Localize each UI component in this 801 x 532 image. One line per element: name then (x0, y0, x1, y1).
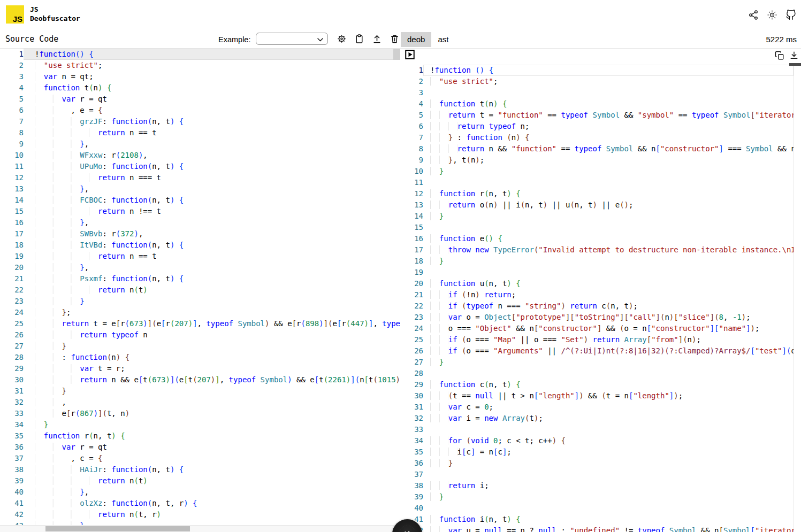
left-editor-vertical-scrollbar[interactable] (393, 49, 400, 60)
code-line[interactable]: 2 "use strict"; (0, 60, 400, 71)
code-line-content[interactable]: } (24, 385, 400, 397)
code-line[interactable]: 24 }; (0, 307, 400, 318)
code-line[interactable]: 35 function r(n, t) { (0, 430, 400, 442)
code-line-content[interactable]: } (24, 296, 400, 307)
code-line[interactable]: 10 WFxxw: r(2108), (0, 150, 400, 161)
code-line-content[interactable]: if (!n) return; (423, 289, 794, 300)
code-line-content[interactable] (423, 424, 794, 435)
code-line[interactable]: 9 }, t(n); (408, 155, 794, 166)
code-line-content[interactable]: i[c] = n[c]; (423, 446, 794, 458)
code-line-content[interactable]: var o = Object["prototype"]["toString"][… (423, 312, 794, 323)
code-line[interactable]: 23 } (0, 296, 400, 307)
code-line[interactable]: 15 return n !== t (0, 206, 400, 217)
code-line[interactable]: 16 function e() { (408, 233, 794, 244)
code-line[interactable]: 6 , e = { (0, 105, 400, 116)
code-line-content[interactable]: return n(t, r) (24, 509, 400, 520)
code-line-content[interactable]: , e = { (24, 105, 400, 116)
code-line[interactable]: 3 (408, 87, 794, 98)
code-line[interactable]: 9 }, (0, 138, 400, 150)
code-line-content[interactable] (423, 87, 794, 98)
clear-button[interactable] (388, 32, 401, 45)
code-line-content[interactable]: } : function (n) { (423, 132, 794, 143)
code-line-content[interactable]: return t = "function" == typeof Symbol &… (423, 110, 794, 121)
code-line-content[interactable]: , c = { (24, 453, 400, 464)
code-line[interactable]: 37 (408, 469, 794, 480)
share-button[interactable] (747, 9, 760, 21)
code-line-content[interactable]: for (void 0; c < t; c++) { (423, 435, 794, 446)
code-line[interactable]: 7 } : function (n) { (408, 132, 794, 143)
code-line-content[interactable] (423, 267, 794, 278)
code-line-content[interactable]: throw new TypeError("Invalid attempt to … (423, 244, 794, 256)
code-line-content[interactable]: var n = qt; (24, 71, 400, 82)
code-line-content[interactable]: var r = qt (24, 442, 400, 453)
code-line[interactable]: 5 var r = qt (0, 94, 400, 105)
code-line-content[interactable]: function e() { (423, 233, 794, 244)
code-line[interactable]: 16 }, (0, 217, 400, 228)
code-line-content[interactable]: return n(t) (24, 475, 400, 487)
code-line[interactable]: 33 e[r(867)](t, n) (0, 408, 400, 419)
code-line-content[interactable]: HAiJr: function(n, t) { (24, 464, 400, 475)
code-line[interactable]: 36 var r = qt (0, 442, 400, 453)
code-line-content[interactable]: }; (24, 307, 400, 318)
code-line[interactable]: 17 SWBvb: r(372), (0, 228, 400, 240)
code-line-content[interactable]: var r = qt (24, 94, 400, 105)
code-line[interactable]: 2 "use strict"; (408, 76, 794, 87)
code-line[interactable]: 7 grzJF: function(n, t) { (0, 116, 400, 127)
code-line-content[interactable]: e[r(867)](t, n) (24, 408, 400, 419)
code-line[interactable]: 41 function i(n, t) { (408, 514, 794, 525)
download-output-button[interactable] (788, 49, 800, 62)
code-line-content[interactable]: } (24, 341, 400, 352)
code-line-content[interactable] (423, 368, 794, 379)
code-line-content[interactable]: } (24, 419, 400, 430)
example-select[interactable] (256, 33, 328, 45)
code-line[interactable]: 30 return n && e[t(673)](e[t(207)], type… (0, 374, 400, 385)
code-line[interactable]: 3 var n = qt; (0, 71, 400, 82)
code-line-content[interactable]: }, (24, 262, 400, 273)
code-line-content[interactable]: return n && "function" == typeof Symbol … (423, 143, 794, 155)
code-line[interactable]: 22 return n(t) (0, 284, 400, 296)
code-line-content[interactable]: }, (24, 138, 400, 150)
code-line[interactable]: 21 Psxmf: function(n, t) { (0, 273, 400, 284)
code-line-content[interactable]: } (423, 211, 794, 222)
code-line[interactable]: 37 , c = { (0, 453, 400, 464)
code-line[interactable]: 41 olzXz: function(n, t, r) { (0, 498, 400, 509)
code-line-content[interactable]: WFxxw: r(2108), (24, 150, 400, 161)
code-line[interactable]: 22 if (typeof n === "string") return c(n… (408, 300, 794, 312)
code-line-content[interactable]: o === "Object" && n["constructor"] && (o… (423, 323, 794, 334)
code-line[interactable]: 12 return n === t (0, 172, 400, 183)
left-editor-horizontal-scrollbar-thumb[interactable] (45, 526, 190, 531)
code-line[interactable]: 35 i[c] = n[c]; (408, 446, 794, 458)
paste-button[interactable] (353, 32, 365, 45)
copy-output-button[interactable] (773, 49, 786, 62)
code-line-content[interactable]: } (423, 256, 794, 267)
code-line-content[interactable]: function i(n, t) { (423, 514, 794, 525)
left-editor-horizontal-scrollbar-track[interactable] (0, 525, 400, 532)
code-line[interactable]: 15 (408, 222, 794, 233)
code-line[interactable]: 26 if (o === "Arguments" || /^(?:Ui|I)nt… (408, 345, 794, 357)
code-line[interactable]: 39 return n(t) (0, 475, 400, 487)
code-line-content[interactable]: }, (24, 183, 400, 195)
code-line[interactable]: 12 function r(n, t) { (408, 188, 794, 199)
code-line-content[interactable]: return n === t (24, 172, 400, 183)
code-line-content[interactable]: } (423, 357, 794, 368)
code-line[interactable]: 39 } (408, 491, 794, 503)
code-line[interactable]: 10 } (408, 166, 794, 177)
code-line[interactable]: 36 } (408, 458, 794, 469)
code-line-content[interactable]: } (423, 166, 794, 177)
code-line[interactable]: 1!function() { (0, 49, 400, 60)
upload-button[interactable] (370, 32, 383, 45)
code-line-content[interactable]: if (o === "Map" || o === "Set") return A… (423, 334, 794, 345)
code-line-content[interactable]: Psxmf: function(n, t) { (24, 273, 400, 284)
code-line[interactable]: 27 } (0, 341, 400, 352)
code-line[interactable]: 29 function c(n, t) { (408, 379, 794, 390)
code-line[interactable]: 18 ItVBd: function(n, t) { (0, 240, 400, 251)
code-line-content[interactable]: return t = e[r(673)](e[r(207)], typeof S… (24, 318, 400, 329)
code-line-content[interactable]: function r(n, t) { (24, 430, 400, 442)
code-line[interactable]: 20 function u(n, t) { (408, 278, 794, 289)
source-code-editor[interactable]: 1!function() {2 "use strict";3 var n = q… (0, 49, 400, 532)
code-line[interactable]: 6 return typeof n; (408, 121, 794, 132)
code-line[interactable]: 19 (408, 267, 794, 278)
code-line[interactable]: 13 }, (0, 183, 400, 195)
code-line[interactable]: 42 return n(t, r) (0, 509, 400, 520)
code-line-content[interactable]: if (typeof n === "string") return c(n, t… (423, 300, 794, 312)
